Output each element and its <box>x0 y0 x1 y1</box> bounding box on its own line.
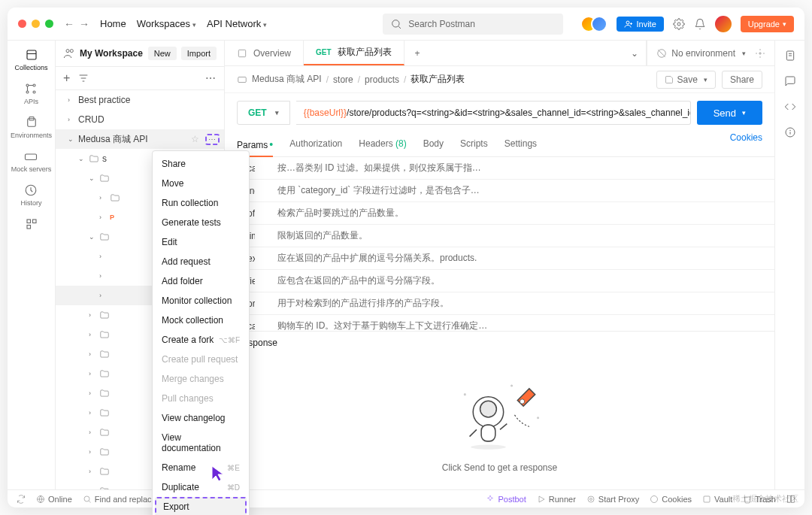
param-value[interactable] <box>255 157 270 180</box>
upgrade-button[interactable]: Upgrade▾ <box>741 16 794 32</box>
footer-vault[interactable]: Vault <box>702 495 732 504</box>
docs-icon[interactable] <box>784 50 796 62</box>
menu-item-run-collection[interactable]: Run collection <box>153 193 249 213</box>
param-row[interactable]: fields应包含在返回的产品中的逗号分隔字段。 <box>225 270 774 292</box>
tab-overflow[interactable]: ⌄ <box>431 41 647 65</box>
param-row[interactable]: expand应在返回的产品中扩展的逗号分隔关系。products. <box>225 247 774 270</box>
param-value[interactable] <box>255 247 270 270</box>
tree-item-medusa[interactable]: ⌄Medusa 商城 API☆⋯ <box>56 129 224 149</box>
param-desc[interactable]: 使用 `category_id` 字段进行过滤时，是否包含子… <box>270 180 774 202</box>
menu-item-view-changelog[interactable]: View changelog <box>153 408 249 428</box>
param-desc[interactable]: 应包含在返回的产品中的逗号分隔字段。 <box>270 270 774 292</box>
save-button[interactable]: Save▾ <box>656 71 716 89</box>
nav-arrows[interactable]: ←→ <box>64 18 89 30</box>
param-row[interactable]: category_id按…器类别 ID 过滤。如果提供，则仅按系属于指… <box>225 157 774 180</box>
menu-item-move[interactable]: Move <box>153 174 249 193</box>
crumb[interactable]: store <box>333 74 353 85</box>
reqtab-settings[interactable]: Settings <box>504 132 537 156</box>
crumb[interactable]: Medusa 商城 API <box>252 73 322 86</box>
method-selector[interactable]: GET▾ <box>237 101 290 125</box>
invite-button[interactable]: Invite <box>617 17 664 32</box>
code-icon[interactable] <box>784 101 796 113</box>
svg-point-56 <box>651 495 658 502</box>
reqtab-headers[interactable]: Headers (8) <box>359 132 406 156</box>
footer-sync[interactable] <box>17 495 26 504</box>
tab-add[interactable]: + <box>404 41 431 65</box>
tree-item-best-practice[interactable]: ›Best practice <box>56 90 224 110</box>
crumb[interactable]: products <box>365 74 399 85</box>
reqtab-auth[interactable]: Authorization <box>289 132 342 156</box>
param-desc[interactable]: 限制返回的产品数量。 <box>270 225 774 247</box>
new-button[interactable]: New <box>148 47 177 60</box>
param-value[interactable] <box>255 270 270 292</box>
param-desc[interactable]: 用于对检索到的产品进行排序的产品字段。 <box>270 292 774 315</box>
window-controls[interactable] <box>18 20 53 28</box>
footer-online[interactable]: Online <box>36 495 72 504</box>
rail-environments[interactable]: Environments <box>11 116 52 139</box>
url-input[interactable]: {{baseUrl}}/store/products?q=<string>&id… <box>296 101 691 125</box>
param-value[interactable] <box>255 225 270 247</box>
user-avatar[interactable] <box>715 16 732 32</box>
menu-item-share[interactable]: Share <box>153 154 249 174</box>
menu-item-export[interactable]: Export <box>155 497 247 515</box>
star-icon[interactable]: ☆ <box>191 134 199 144</box>
rail-apis[interactable]: APIs <box>24 82 38 105</box>
reqtab-scripts[interactable]: Scripts <box>460 132 488 156</box>
param-desc[interactable]: 应在返回的产品中扩展的逗号分隔关系。products. <box>270 247 774 270</box>
param-desc[interactable]: 按…器类别 ID 过滤。如果提供，则仅按系属于指… <box>270 157 774 180</box>
footer-runner[interactable]: Runner <box>537 495 576 504</box>
import-button[interactable]: Import <box>181 47 217 60</box>
settings-icon[interactable] <box>673 18 685 30</box>
tab-request[interactable]: GET获取产品列表 <box>304 41 404 65</box>
menu-item-mock-collection[interactable]: Mock collection <box>153 311 249 330</box>
collection-more-icon[interactable]: ⋯ <box>205 134 220 145</box>
menu-item-edit[interactable]: Edit <box>153 232 249 252</box>
menu-item-create-a-fork[interactable]: Create a fork⌥⌘F <box>153 330 249 350</box>
menu-item-add-folder[interactable]: Add folder <box>153 271 249 291</box>
tab-overview[interactable]: Overview <box>225 41 304 65</box>
search-input[interactable]: Search Postman <box>383 14 563 35</box>
tree-item-crud[interactable]: ›CRUD <box>56 110 224 129</box>
rail-collections[interactable]: Collections <box>14 48 47 71</box>
param-row[interactable]: offset检索产品时要跳过的产品数量。 <box>225 202 774 225</box>
svg-point-5 <box>677 23 680 26</box>
rail-mock[interactable]: Mock servers <box>11 150 52 173</box>
add-collection-button[interactable]: + <box>63 71 70 85</box>
param-value[interactable] <box>255 202 270 225</box>
nav-workspaces[interactable]: Workspaces▾ <box>137 18 196 29</box>
cookies-link[interactable]: Cookies <box>730 132 762 156</box>
presence-avatars[interactable] <box>580 16 607 32</box>
param-desc[interactable]: 检索产品时要跳过的产品数量。 <box>270 202 774 225</box>
rail-history[interactable]: History <box>20 183 41 207</box>
info-icon[interactable] <box>784 126 796 138</box>
menu-item-generate-tests[interactable]: Generate tests <box>153 213 249 232</box>
param-value[interactable] <box>255 292 270 315</box>
rail-more[interactable] <box>25 217 38 231</box>
footer-proxy[interactable]: Start Proxy <box>586 495 639 504</box>
menu-item-view-documentation[interactable]: View documentation <box>153 428 249 458</box>
param-row[interactable]: cart_id购物车的 ID。这对于基于购物车上下文进行准确定… <box>225 315 774 332</box>
notifications-icon[interactable] <box>694 18 706 30</box>
nav-api-network[interactable]: API Network▾ <box>207 18 267 29</box>
footer-cookies[interactable]: Cookies <box>650 495 692 504</box>
sidebar-more-icon[interactable]: ⋯ <box>205 72 217 84</box>
comments-icon[interactable] <box>784 75 796 87</box>
footer-find[interactable]: Find and replace <box>83 495 156 504</box>
menu-item-rename[interactable]: Rename⌘E <box>153 458 249 477</box>
param-row[interactable]: order用于对检索到的产品进行排序的产品字段。 <box>225 292 774 315</box>
param-desc[interactable]: 购物车的 ID。这对于基于购物车上下文进行准确定… <box>270 315 774 332</box>
param-row[interactable]: include_category_children使用 `category_id… <box>225 180 774 202</box>
nav-home[interactable]: Home <box>100 18 126 29</box>
menu-item-add-request[interactable]: Add request <box>153 252 249 271</box>
share-button[interactable]: Share <box>722 71 762 89</box>
footer-postbot[interactable]: Postbot <box>486 495 526 504</box>
param-row[interactable]: limit限制返回的产品数量。 <box>225 225 774 247</box>
param-value[interactable] <box>255 180 270 202</box>
menu-item-duplicate[interactable]: Duplicate⌘D <box>153 477 249 497</box>
menu-item-monitor-collection[interactable]: Monitor collection <box>153 291 249 311</box>
reqtab-body[interactable]: Body <box>423 132 444 156</box>
send-button[interactable]: Send▾ <box>697 101 762 125</box>
environment-selector[interactable]: No environment▾ <box>647 41 774 65</box>
filter-icon[interactable] <box>77 72 89 84</box>
param-value[interactable] <box>255 315 270 332</box>
